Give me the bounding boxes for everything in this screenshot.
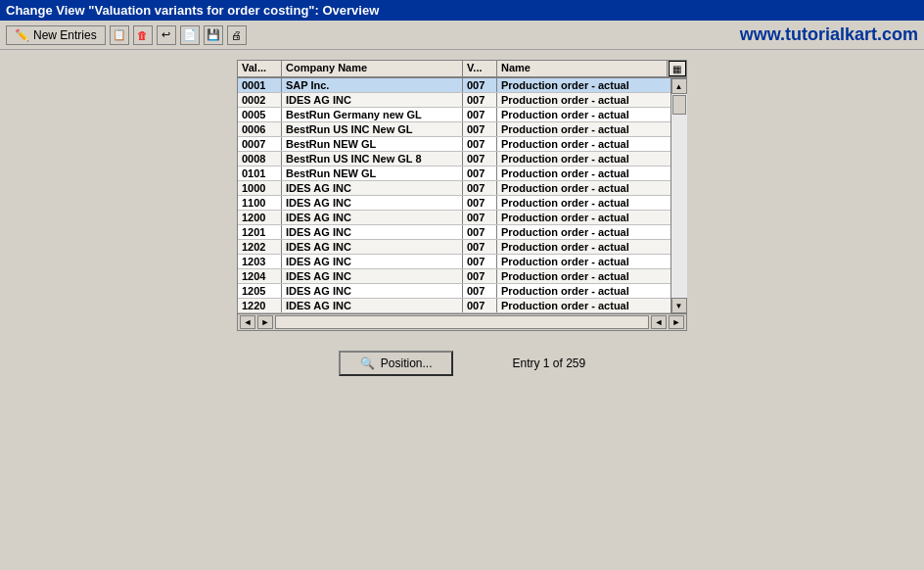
- cell-val: 0008: [238, 152, 282, 166]
- table-row[interactable]: 0008 BestRun US INC New GL 8 007 Product…: [238, 152, 686, 166]
- table-row[interactable]: 1200 IDES AG INC 007 Production order - …: [238, 211, 686, 225]
- table-row[interactable]: 0006 BestRun US INC New GL 007 Productio…: [238, 122, 686, 137]
- cell-company: IDES AG INC: [282, 181, 463, 195]
- table-row[interactable]: 1220 IDES AG INC 007 Production order - …: [238, 299, 686, 313]
- bottom-bar: 🔍 Position... Entry 1 of 259: [15, 336, 909, 391]
- cell-v: 007: [463, 152, 497, 166]
- cell-v: 007: [463, 93, 497, 107]
- print-icon[interactable]: 🖨: [227, 25, 247, 45]
- cell-company: IDES AG INC: [282, 211, 463, 224]
- page-title: Change View "Valuation variants for orde…: [6, 3, 379, 18]
- cell-company: BestRun Germany new GL: [282, 108, 463, 121]
- new-entries-button[interactable]: ✏️ New Entries: [6, 25, 106, 45]
- cell-name: Production order - actual: [497, 137, 686, 151]
- cell-company: IDES AG INC: [282, 299, 463, 312]
- scroll-right-small-button[interactable]: ►: [257, 315, 273, 329]
- scroll-left-button[interactable]: ◄: [240, 315, 255, 329]
- table-row[interactable]: 1205 IDES AG INC 007 Production order - …: [238, 284, 686, 299]
- cell-name: Production order - actual: [497, 269, 686, 283]
- cell-name: Production order - actual: [497, 122, 686, 136]
- cell-val: 0101: [238, 166, 282, 180]
- table-row[interactable]: 1000 IDES AG INC 007 Production order - …: [238, 181, 686, 196]
- cell-v: 007: [463, 299, 497, 312]
- cell-v: 007: [463, 137, 497, 151]
- cell-name: Production order - actual: [497, 108, 686, 121]
- new-entries-label: New Entries: [33, 28, 97, 42]
- table-row[interactable]: 1203 IDES AG INC 007 Production order - …: [238, 255, 686, 269]
- cell-company: IDES AG INC: [282, 284, 463, 298]
- table-row[interactable]: 1100 IDES AG INC 007 Production order - …: [238, 196, 686, 211]
- table-row[interactable]: 0001 SAP Inc. 007 Production order - act…: [238, 78, 686, 93]
- column-settings-icon[interactable]: ▦: [667, 61, 686, 76]
- header-company: Company Name: [282, 61, 463, 76]
- horizontal-scroll-track[interactable]: [275, 315, 649, 329]
- table-footer: ◄ ► ◄ ►: [238, 313, 686, 330]
- cell-v: 007: [463, 122, 497, 136]
- cell-v: 007: [463, 269, 497, 283]
- vertical-scrollbar[interactable]: ▲ ▼: [670, 78, 686, 313]
- undo-icon[interactable]: ↩: [157, 25, 176, 45]
- cell-company: BestRun US INC New GL 8: [282, 152, 463, 166]
- cell-name: Production order - actual: [497, 240, 686, 254]
- scroll-down-button[interactable]: ▼: [671, 298, 687, 313]
- cell-val: 0005: [238, 108, 282, 121]
- cell-company: IDES AG INC: [282, 240, 463, 254]
- table-header: Val... Company Name V... Name ▦: [238, 61, 686, 78]
- cell-name: Production order - actual: [497, 299, 686, 312]
- cell-val: 1200: [238, 211, 282, 224]
- cell-name: Production order - actual: [497, 166, 686, 180]
- header-val: Val...: [238, 61, 282, 76]
- cell-company: IDES AG INC: [282, 196, 463, 210]
- scroll-up-button[interactable]: ▲: [671, 78, 687, 94]
- cell-company: IDES AG INC: [282, 93, 463, 107]
- cell-v: 007: [463, 284, 497, 298]
- cell-name: Production order - actual: [497, 78, 686, 92]
- table-row[interactable]: 0101 BestRun NEW GL 007 Production order…: [238, 166, 686, 181]
- cell-v: 007: [463, 225, 497, 239]
- table-body[interactable]: 0001 SAP Inc. 007 Production order - act…: [238, 78, 686, 313]
- entry-info: Entry 1 of 259: [512, 356, 585, 370]
- cell-name: Production order - actual: [497, 196, 686, 210]
- cell-company: SAP Inc.: [282, 78, 463, 92]
- table-row[interactable]: 1204 IDES AG INC 007 Production order - …: [238, 269, 686, 284]
- cell-company: IDES AG INC: [282, 269, 463, 283]
- cell-name: Production order - actual: [497, 225, 686, 239]
- copy-icon[interactable]: 📋: [110, 25, 129, 45]
- position-label: Position...: [381, 356, 433, 370]
- scroll-track[interactable]: [671, 94, 687, 298]
- cell-v: 007: [463, 255, 497, 268]
- paste-icon[interactable]: 📄: [180, 25, 200, 45]
- cell-val: 1000: [238, 181, 282, 195]
- save-icon[interactable]: 💾: [204, 25, 223, 45]
- table-row[interactable]: 1201 IDES AG INC 007 Production order - …: [238, 225, 686, 240]
- watermark: www.tutorialkart.com: [740, 24, 918, 45]
- cell-v: 007: [463, 108, 497, 121]
- cell-v: 007: [463, 166, 497, 180]
- cell-val: 0006: [238, 122, 282, 136]
- toolbar: ✏️ New Entries 📋 🗑 ↩ 📄 💾 🖨 www.tutorialk…: [0, 21, 924, 50]
- delete-icon[interactable]: 🗑: [133, 25, 153, 45]
- table-row[interactable]: 0007 BestRun NEW GL 007 Production order…: [238, 137, 686, 152]
- cell-v: 007: [463, 78, 497, 92]
- header-name: Name: [497, 61, 667, 76]
- cell-name: Production order - actual: [497, 284, 686, 298]
- scroll-right-end-button[interactable]: ◄: [651, 315, 667, 329]
- cell-v: 007: [463, 181, 497, 195]
- scroll-thumb[interactable]: [672, 95, 686, 115]
- cell-val: 1220: [238, 299, 282, 312]
- cell-val: 1203: [238, 255, 282, 268]
- grid-icon[interactable]: ▦: [669, 61, 686, 76]
- table-container: Val... Company Name V... Name ▦ 0001 SAP…: [237, 60, 687, 331]
- cell-name: Production order - actual: [497, 93, 686, 107]
- cell-v: 007: [463, 196, 497, 210]
- scroll-right-far-button[interactable]: ►: [669, 315, 684, 329]
- table-row[interactable]: 0002 IDES AG INC 007 Production order - …: [238, 93, 686, 108]
- table-row[interactable]: 0005 BestRun Germany new GL 007 Producti…: [238, 108, 686, 122]
- cell-name: Production order - actual: [497, 152, 686, 166]
- cell-company: BestRun NEW GL: [282, 137, 463, 151]
- cell-company: BestRun NEW GL: [282, 166, 463, 180]
- table-row[interactable]: 1202 IDES AG INC 007 Production order - …: [238, 240, 686, 255]
- cell-company: BestRun US INC New GL: [282, 122, 463, 136]
- cell-company: IDES AG INC: [282, 255, 463, 268]
- position-button[interactable]: 🔍 Position...: [339, 351, 454, 376]
